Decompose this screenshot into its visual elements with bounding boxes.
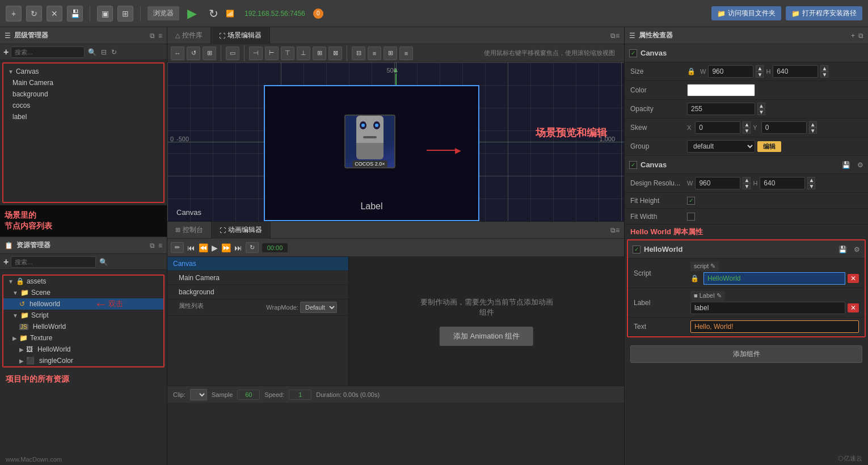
toolbar-btn-save[interactable]: 💾 xyxy=(67,6,83,22)
color-picker[interactable] xyxy=(687,84,755,96)
hierarchy-search-input[interactable] xyxy=(11,46,85,58)
script-lock-icon[interactable]: 🔒 xyxy=(690,274,699,282)
canvas-section-header[interactable]: Canvas 💾 ⚙ xyxy=(625,156,868,174)
anim-node-canvas[interactable]: Canvas xyxy=(167,257,348,271)
tree-item-helloworld-script[interactable]: JS HelloWorld xyxy=(3,321,163,332)
opacity-down[interactable]: ▼ xyxy=(757,109,765,115)
assets-add-btn[interactable]: + xyxy=(3,257,9,267)
label-remove-btn[interactable]: ✕ xyxy=(848,303,859,312)
scene-dock-icon[interactable]: ⧉ xyxy=(610,32,616,40)
helloworld-header[interactable]: HelloWorld 💾 ⚙ xyxy=(628,240,865,259)
browser-button[interactable]: 浏览器 xyxy=(148,6,179,20)
anim-menu-icon[interactable]: ≡ xyxy=(616,226,620,234)
fit-width-checkbox[interactable] xyxy=(687,213,695,221)
props-dock-icon[interactable]: ⧉ xyxy=(858,32,863,40)
anim-step-back-btn[interactable]: ⏪ xyxy=(199,243,208,252)
speed-input[interactable] xyxy=(289,390,311,400)
anim-dock-icon[interactable]: ⧉ xyxy=(610,226,616,234)
design-h-input[interactable] xyxy=(760,177,805,189)
label-input[interactable] xyxy=(690,302,845,314)
scene-menu-icon[interactable]: ≡ xyxy=(616,32,620,40)
canvas-checkbox[interactable] xyxy=(629,49,637,57)
hierarchy-add-btn[interactable]: + xyxy=(3,47,9,57)
helloworld-checkbox[interactable] xyxy=(633,246,641,253)
clip-select[interactable] xyxy=(190,389,207,400)
tree-item-texture-folder[interactable]: ▶ 📁 Texture xyxy=(3,332,163,344)
canvas-section-save-icon[interactable]: 💾 xyxy=(842,161,850,169)
anim-prev-btn[interactable]: ⏮ xyxy=(187,243,195,252)
size-w-input[interactable] xyxy=(708,65,753,78)
group-select[interactable]: default xyxy=(687,140,755,153)
scene-viewport[interactable]: -500 500 0 COCOS xyxy=(167,62,624,221)
text-input[interactable] xyxy=(690,320,859,333)
hierarchy-search-btn[interactable]: 🔍 xyxy=(87,47,98,57)
access-files-button[interactable]: 📁 访问项目文件夹 xyxy=(711,6,781,20)
toolbar-btn-rect[interactable]: ▣ xyxy=(97,6,113,22)
tab-component-library[interactable]: △ 控件库 xyxy=(167,27,211,44)
canvas-section-gear-icon[interactable]: ⚙ xyxy=(857,161,863,169)
assets-dock-icon[interactable]: ⧉ xyxy=(150,242,155,250)
tool-btn-align1[interactable]: ⊣ xyxy=(249,46,263,60)
wrapmode-select[interactable]: Default xyxy=(300,302,337,313)
toolbar-btn-add[interactable]: + xyxy=(6,6,22,22)
skew-x-input[interactable] xyxy=(695,121,740,134)
hierarchy-filter-btn[interactable]: ⊟ xyxy=(100,47,108,57)
notification-badge[interactable]: 0 xyxy=(313,9,323,19)
size-h-input[interactable] xyxy=(773,65,818,78)
helloworld-save-icon[interactable]: 💾 xyxy=(838,246,847,253)
design-h-down[interactable]: ▼ xyxy=(807,183,815,189)
toolbar-btn-refresh[interactable]: ↻ xyxy=(26,6,42,22)
tab-console[interactable]: ⊞ 控制台 xyxy=(167,222,212,239)
play-button[interactable]: ▶ xyxy=(183,5,201,23)
design-h-up[interactable]: ▲ xyxy=(807,177,815,183)
canvas-component-header[interactable]: Canvas xyxy=(625,44,868,62)
design-w-down[interactable]: ▼ xyxy=(743,183,751,189)
tool-btn-align3[interactable]: ⊤ xyxy=(281,46,294,60)
skew-y-down[interactable]: ▼ xyxy=(809,128,817,134)
size-w-up[interactable]: ▲ xyxy=(756,65,764,71)
add-component-button[interactable]: 添加组件 xyxy=(630,345,862,363)
script-remove-btn[interactable]: ✕ xyxy=(848,274,859,283)
tool-btn-move[interactable]: ↔ xyxy=(171,46,184,60)
tool-btn-dist3[interactable]: ⊞ xyxy=(384,46,397,60)
fit-height-checkbox[interactable] xyxy=(687,197,695,205)
size-h-up[interactable]: ▲ xyxy=(820,65,828,71)
opacity-input[interactable] xyxy=(687,103,755,115)
tool-btn-align6[interactable]: ⊠ xyxy=(328,46,342,60)
assets-search-btn[interactable]: 🔍 xyxy=(98,257,109,267)
script-input[interactable] xyxy=(703,272,845,285)
skew-y-input[interactable] xyxy=(761,121,807,134)
assets-search-input[interactable] xyxy=(11,256,96,268)
add-animation-component-btn[interactable]: 添加 Animation 组件 xyxy=(440,327,533,346)
size-h-down[interactable]: ▼ xyxy=(820,71,828,78)
tool-btn-dist2[interactable]: ≡ xyxy=(368,46,381,60)
anim-play-btn[interactable]: ▶ xyxy=(212,243,218,252)
sample-input[interactable] xyxy=(237,390,260,400)
refresh-button[interactable]: ↻ xyxy=(204,5,222,23)
lock-icon-size[interactable]: 🔒 xyxy=(687,67,696,75)
helloworld-gear-icon[interactable]: ⚙ xyxy=(854,246,860,253)
group-edit-btn[interactable]: 编辑 xyxy=(757,141,781,152)
hierarchy-menu-icon[interactable]: ≡ xyxy=(158,32,162,40)
skew-x-up[interactable]: ▲ xyxy=(743,121,751,128)
tree-item-helloworld-scene[interactable]: ↺ helloworld ← 双击 xyxy=(3,298,163,310)
tool-btn-align4[interactable]: ⊥ xyxy=(297,46,310,60)
open-install-button[interactable]: 📁 打开程序安装路径 xyxy=(786,6,862,20)
tool-btn-align5[interactable]: ⊞ xyxy=(313,46,326,60)
props-add-icon[interactable]: + xyxy=(851,32,855,40)
tree-item-label[interactable]: label xyxy=(3,111,163,122)
tree-item-cocos[interactable]: cocos xyxy=(3,100,163,111)
tool-btn-rotate[interactable]: ↺ xyxy=(187,46,200,60)
tool-btn-dist1[interactable]: ⊟ xyxy=(352,46,365,60)
hierarchy-dock-icon[interactable]: ⧉ xyxy=(150,32,155,40)
toolbar-btn-close[interactable]: ✕ xyxy=(47,6,62,22)
tool-btn-rect-mode[interactable]: ▭ xyxy=(226,46,239,60)
tool-btn-scale[interactable]: ⊞ xyxy=(203,46,216,60)
skew-y-up[interactable]: ▲ xyxy=(809,121,817,128)
tool-btn-align2[interactable]: ⊢ xyxy=(265,46,279,60)
size-w-down[interactable]: ▼ xyxy=(756,71,764,78)
anim-node-background[interactable]: background xyxy=(167,285,348,299)
tool-btn-dist4[interactable]: ≡ xyxy=(399,46,413,60)
tree-item-assets[interactable]: ▼ 🔒 assets xyxy=(3,276,163,287)
anim-node-main-camera[interactable]: Main Camera xyxy=(167,271,348,285)
